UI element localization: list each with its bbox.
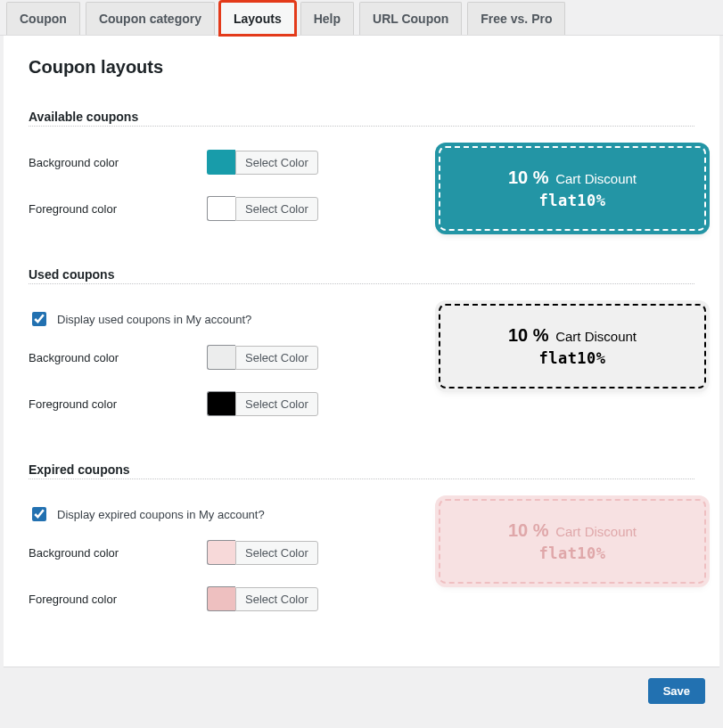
- preview-percent: 10 %: [508, 325, 549, 345]
- preview-discount: Cart Discount: [555, 524, 637, 539]
- select-color-used-bg[interactable]: Select Color: [235, 346, 318, 370]
- checkbox-display-used[interactable]: [32, 312, 46, 326]
- preview-discount: Cart Discount: [555, 171, 637, 186]
- swatch-used-fg[interactable]: [207, 391, 235, 416]
- select-color-used-fg[interactable]: Select Color: [235, 392, 318, 416]
- tab-layouts[interactable]: Layouts: [220, 2, 295, 35]
- preview-percent: 10 %: [508, 168, 549, 187]
- swatch-expired-fg[interactable]: [207, 586, 235, 611]
- swatch-available-bg[interactable]: [207, 150, 235, 175]
- swatch-available-fg[interactable]: [207, 196, 235, 221]
- tabs-bar: Coupon Coupon category Layouts Help URL …: [0, 0, 723, 36]
- section-used: Display used coupons in My account? Back…: [29, 291, 694, 438]
- label-expired-fg: Foreground color: [29, 593, 207, 606]
- page-title: Coupon layouts: [29, 57, 694, 78]
- preview-discount: Cart Discount: [555, 329, 637, 344]
- preview-percent: 10 %: [508, 520, 549, 540]
- section-title-expired: Expired coupons: [29, 462, 694, 479]
- label-available-fg: Foreground color: [29, 202, 207, 216]
- select-color-available-bg[interactable]: Select Color: [235, 151, 318, 175]
- tab-url-coupon[interactable]: URL Coupon: [359, 2, 462, 35]
- select-color-expired-fg[interactable]: Select Color: [235, 587, 318, 611]
- save-button[interactable]: Save: [648, 678, 705, 704]
- tab-free-vs-pro[interactable]: Free vs. Pro: [467, 2, 565, 35]
- footer-bar: Save: [4, 667, 719, 718]
- select-color-expired-bg[interactable]: Select Color: [235, 541, 318, 565]
- tab-coupon[interactable]: Coupon: [6, 2, 80, 35]
- preview-expired: 10 % Cart Discount flat10%: [439, 499, 706, 584]
- section-expired: Display expired coupons in My account? B…: [29, 487, 694, 633]
- label-used-bg: Background color: [29, 351, 207, 364]
- section-available: Background color Select Color Foreground…: [29, 134, 694, 242]
- label-expired-bg: Background color: [29, 546, 207, 560]
- section-title-available: Available coupons: [29, 110, 694, 127]
- settings-panel: Coupon layouts Available coupons Backgro…: [4, 36, 719, 667]
- preview-code: flat10%: [449, 544, 695, 562]
- section-title-used: Used coupons: [29, 267, 694, 284]
- preview-available: 10 % Cart Discount flat10%: [439, 146, 706, 231]
- label-available-bg: Background color: [29, 156, 207, 169]
- preview-code: flat10%: [449, 349, 695, 367]
- swatch-used-bg[interactable]: [207, 345, 235, 370]
- checkbox-label-expired: Display expired coupons in My account?: [57, 508, 265, 521]
- tab-coupon-category[interactable]: Coupon category: [86, 2, 215, 35]
- preview-used: 10 % Cart Discount flat10%: [439, 304, 706, 389]
- select-color-available-fg[interactable]: Select Color: [235, 197, 318, 221]
- label-used-fg: Foreground color: [29, 397, 207, 411]
- preview-code: flat10%: [449, 192, 695, 209]
- checkbox-display-expired[interactable]: [32, 507, 46, 521]
- swatch-expired-bg[interactable]: [207, 540, 235, 565]
- tab-help[interactable]: Help: [300, 2, 354, 35]
- checkbox-label-used: Display used coupons in My account?: [57, 313, 251, 326]
